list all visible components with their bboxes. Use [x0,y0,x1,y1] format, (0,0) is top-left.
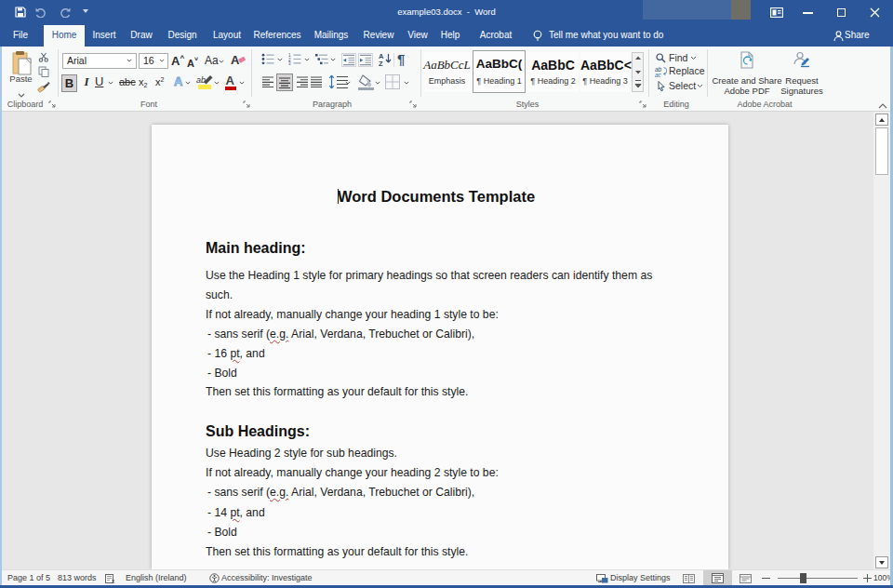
svg-text:Z: Z [379,60,383,66]
svg-text:A: A [226,74,235,87]
svg-text:ac: ac [655,72,662,77]
svg-text:x: x [112,578,115,584]
svg-text:ab: ab [196,75,206,85]
svg-text:3: 3 [288,61,291,65]
